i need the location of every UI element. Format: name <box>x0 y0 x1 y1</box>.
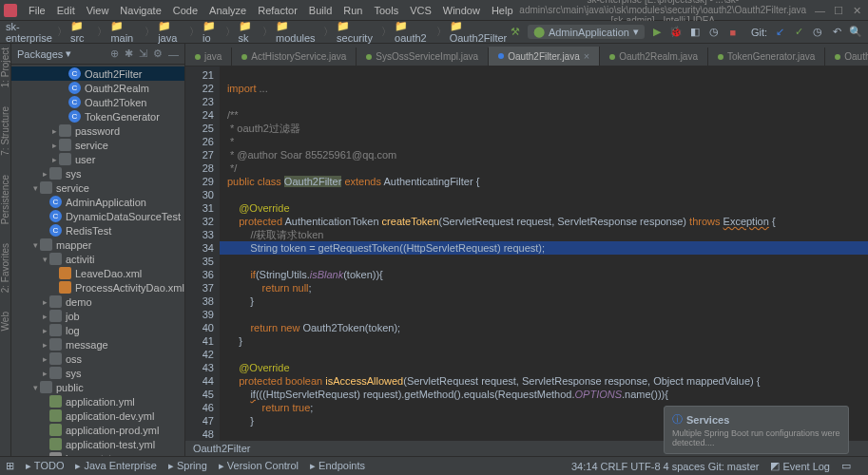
debug-icon[interactable]: 🐞 <box>669 26 683 39</box>
close-icon[interactable]: ✕ <box>853 5 864 16</box>
breadcrumb[interactable]: 📁 Oauth2Filter <box>450 20 509 44</box>
menu-run[interactable]: Run <box>338 3 368 18</box>
hammer-icon[interactable]: ⚒ <box>509 26 522 39</box>
tree-node[interactable]: ▾ service <box>11 180 184 195</box>
stop-icon[interactable]: ■ <box>726 26 740 39</box>
tree-node[interactable]: C Oauth2Filter <box>11 66 184 81</box>
vcs-commit-icon[interactable]: ✓ <box>792 26 805 39</box>
editor-tab[interactable]: SysOssServiceImpl.java <box>357 48 489 66</box>
menu-build[interactable]: Build <box>303 3 338 18</box>
status-button[interactable]: ▸ Java Enterprise <box>75 460 156 472</box>
coverage-icon[interactable]: ◧ <box>688 26 702 39</box>
breadcrumb[interactable]: 📁 java <box>158 20 186 44</box>
code-area[interactable]: import .../** * oauth2过滤器 * * @author So… <box>220 66 868 441</box>
breadcrumb[interactable]: 📁 sk <box>239 20 260 44</box>
editor-tab[interactable]: Oauth2Realm.java <box>600 48 708 66</box>
status-bar: ⊞ ▸ TODO▸ Java Enterprise▸ Spring▸ Versi… <box>0 456 868 475</box>
tree-node[interactable]: ▸ message <box>11 337 184 352</box>
project-tool-window: Packages ▾ ⊕ ✱ ⇲ ⚙ — C Oauth2Filter C Oa… <box>11 44 185 456</box>
maximize-icon[interactable]: ☐ <box>834 5 845 16</box>
editor-tab[interactable]: Oauth2Filter.java × <box>489 47 600 66</box>
tree-node[interactable]: ▾ public <box>11 380 184 394</box>
tree-node[interactable]: C Oauth2Token <box>11 95 184 109</box>
run-config-selector[interactable]: ⬤AdminApplication▾ <box>528 25 645 39</box>
tree-node[interactable]: LeaveDao.xml <box>11 266 184 280</box>
status-button[interactable]: ▸ Spring <box>168 460 207 472</box>
menu-tools[interactable]: Tools <box>368 3 404 18</box>
tree-node[interactable]: C Oauth2Realm <box>11 81 184 95</box>
tree-node[interactable]: application-test.yml <box>11 437 184 451</box>
memory-indicator[interactable]: ▭ <box>841 460 851 472</box>
breadcrumb[interactable]: 📁 main <box>110 20 142 44</box>
project-tree[interactable]: C Oauth2Filter C Oauth2Realm C Oauth2Tok… <box>11 65 184 456</box>
tree-node[interactable]: ▸ sys <box>11 366 184 380</box>
tree-node[interactable]: ▾ activiti <box>11 252 184 266</box>
tree-node[interactable]: ▸ user <box>11 152 184 166</box>
tree-node[interactable]: C DynamicDataSourceTest <box>11 209 184 223</box>
tree-node[interactable]: ▾ mapper <box>11 238 184 252</box>
menu-code[interactable]: Code <box>167 3 203 18</box>
status-button[interactable]: ▸ Endpoints <box>310 460 365 472</box>
tree-node[interactable]: C TokenGenerator <box>11 109 184 124</box>
tree-node[interactable]: application-prod.yml <box>11 423 184 437</box>
status-button[interactable]: ▸ Version Control <box>219 460 299 472</box>
gutter[interactable]: 2122232425262728293031323334353637383940… <box>185 66 220 441</box>
breadcrumb[interactable]: sk-enterprise <box>6 21 54 44</box>
tree-node[interactable]: ▸ password <box>11 124 184 138</box>
profile-icon[interactable]: ◷ <box>707 26 721 39</box>
project-view-label[interactable]: Packages <box>17 48 63 60</box>
vcs-revert-icon[interactable]: ↶ <box>830 26 843 39</box>
notification-popup[interactable]: ⓘServices Multiple Spring Boot run confi… <box>664 406 849 454</box>
expand-icon[interactable]: ✱ <box>125 48 133 60</box>
breadcrumb[interactable]: 📁 src <box>70 20 94 44</box>
menu-view[interactable]: View <box>81 3 115 18</box>
menu-file[interactable]: File <box>23 3 51 18</box>
event-log-button[interactable]: ◩ Event Log <box>770 460 830 472</box>
nav-toolbar: sk-enterprise〉📁 src〉📁 main〉📁 java〉📁 io〉📁… <box>0 21 868 44</box>
tree-node[interactable]: ▸ log <box>11 323 184 337</box>
tree-node[interactable]: ▸ demo <box>11 294 184 309</box>
hide-icon[interactable]: — <box>168 48 179 60</box>
tree-node[interactable]: application.yml <box>11 394 184 408</box>
run-icon[interactable]: ▶ <box>650 26 664 39</box>
vcs-history-icon[interactable]: ◷ <box>811 26 824 39</box>
vcs-update-icon[interactable]: ↙ <box>773 26 786 39</box>
search-icon[interactable]: 🔍 <box>849 26 862 39</box>
menu-edit[interactable]: Edit <box>51 3 81 18</box>
tree-node[interactable]: ▸ service <box>11 138 184 152</box>
gear-icon[interactable]: ⚙ <box>153 48 163 60</box>
status-right[interactable]: 34:14 CRLF UTF-8 4 spaces Git: master <box>571 461 759 472</box>
menu-help[interactable]: Help <box>486 3 519 18</box>
breadcrumb[interactable]: 📁 modules <box>276 20 320 44</box>
tree-node[interactable]: ▸ job <box>11 309 184 323</box>
editor-tab[interactable]: TokenGenerator.java <box>708 48 825 66</box>
locate-icon[interactable]: ⊕ <box>110 48 119 60</box>
tool-window-button[interactable]: Persistence <box>0 175 10 224</box>
menu-navigate[interactable]: Navigate <box>114 3 166 18</box>
status-button[interactable]: ▸ TODO <box>26 460 64 472</box>
menu-refactor[interactable]: Refactor <box>252 3 303 18</box>
tree-node[interactable]: application-dev.yml <box>11 408 184 423</box>
menu-window[interactable]: Window <box>437 3 486 18</box>
tool-window-button[interactable]: 1: Project <box>0 48 10 87</box>
tree-node[interactable]: ProcessActivityDao.xml <box>11 280 184 294</box>
collapse-icon[interactable]: ⇲ <box>139 48 147 60</box>
code-breadcrumb[interactable]: Oauth2Filter <box>193 443 251 454</box>
breadcrumb[interactable]: 📁 security <box>337 20 378 44</box>
editor-tab[interactable]: ActHistoryService.java <box>232 48 357 66</box>
editor-tab[interactable]: Oauth2Token.java <box>825 48 868 66</box>
tree-node[interactable]: ▸ oss <box>11 352 184 366</box>
tree-node[interactable]: C AdminApplication <box>11 195 184 209</box>
menu-vcs[interactable]: VCS <box>404 3 437 18</box>
tool-window-button[interactable]: 2: Favorites <box>0 243 10 293</box>
breadcrumb[interactable]: 📁 io <box>203 20 222 44</box>
tree-node[interactable]: C RedisTest <box>11 223 184 238</box>
tree-node[interactable]: ▸ sys <box>11 166 184 180</box>
breadcrumb[interactable]: 📁 oauth2 <box>395 20 434 44</box>
editor-tab[interactable]: java <box>185 48 232 66</box>
windows-icon[interactable]: ⊞ <box>6 460 14 472</box>
minimize-icon[interactable]: — <box>815 5 826 16</box>
tool-window-button[interactable]: Web <box>0 312 10 331</box>
menu-analyze[interactable]: Analyze <box>203 3 252 18</box>
tool-window-button[interactable]: 7: Structure <box>0 106 10 156</box>
